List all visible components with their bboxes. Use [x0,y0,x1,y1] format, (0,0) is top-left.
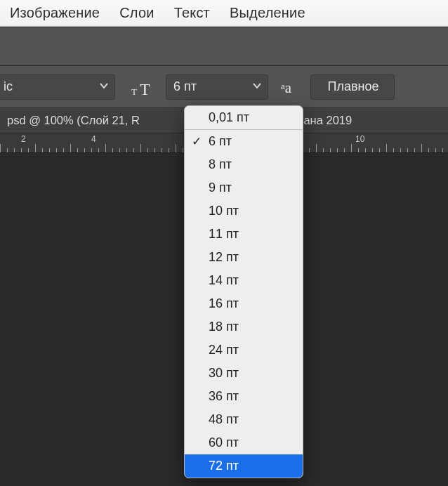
chevron-down-icon [99,79,109,94]
document-tab-1[interactable]: psd @ 100% (Слой 21, R [0,114,147,127]
menu-image[interactable]: Изображение [10,5,100,21]
dropdown-item[interactable]: 10 пт [185,199,303,223]
toolbar-upper-gap [0,27,448,66]
dropdown-item-label: 9 пт [209,180,232,195]
chevron-down-icon [252,79,262,94]
dropdown-item-label: 14 пт [209,273,239,288]
dropdown-item-label: 60 пт [209,435,239,450]
dropdown-item-label: 18 пт [209,320,239,334]
menubar: Изображение Слои Текст Выделение [0,0,448,27]
dropdown-item[interactable]: 48 пт [185,408,303,431]
check-icon: ✓ [192,134,202,149]
antialias-icon: aa [281,79,301,95]
menu-layers[interactable]: Слои [119,5,154,21]
ruler-number: 4 [91,134,96,144]
dropdown-item-label: 16 пт [209,296,239,311]
dropdown-item[interactable]: 14 пт [185,269,303,292]
dropdown-item-label: 48 пт [209,412,239,427]
dropdown-item[interactable]: 16 пт [185,292,303,315]
dropdown-item[interactable]: 8 пт [185,153,303,176]
dropdown-item-label: 0,01 пт [209,110,249,125]
svg-text:T: T [140,80,150,98]
menu-text[interactable]: Текст [174,5,210,21]
dropdown-item[interactable]: 24 пт [185,339,303,362]
dropdown-item-label: 36 пт [209,389,239,404]
font-family-select[interactable]: ic [0,74,115,100]
dropdown-item-label: 24 пт [209,343,239,357]
antialias-value: Плавное [318,79,388,94]
dropdown-item-label: 12 пт [209,250,239,265]
dropdown-item[interactable]: 11 пт [185,223,303,246]
dropdown-item[interactable]: 9 пт [185,176,303,199]
menu-selection[interactable]: Выделение [230,5,305,21]
dropdown-item[interactable]: 60 пт [185,431,303,454]
dropdown-item-label: 30 пт [209,366,239,381]
svg-text:T: T [131,86,137,97]
dropdown-item[interactable]: 0,01 пт [185,106,303,129]
dropdown-item[interactable]: ✓6 пт [185,130,303,153]
font-size-select[interactable]: 6 пт [166,74,268,100]
antialias-select[interactable]: Плавное [310,74,395,100]
dropdown-item[interactable]: 18 пт [185,315,303,339]
font-size-icon: T T [129,77,156,98]
type-toolbar: ic T T 6 пт aa Плавное [0,66,448,108]
dropdown-item[interactable]: 12 пт [185,246,303,269]
dropdown-item[interactable]: 36 пт [185,385,303,408]
font-family-value: ic [4,79,99,94]
ruler-number: 10 [355,134,364,144]
dropdown-item[interactable]: 72 пт [185,454,303,478]
ruler-number: 2 [21,134,26,144]
dropdown-item[interactable]: 30 пт [185,362,303,385]
font-size-dropdown: 0,01 пт✓6 пт8 пт9 пт10 пт11 пт12 пт14 пт… [184,105,303,478]
dropdown-item-label: 10 пт [209,204,239,218]
dropdown-item-label: 8 пт [209,157,232,172]
font-size-value: 6 пт [173,79,252,94]
dropdown-item-label: 6 пт [209,134,232,149]
dropdown-item-label: 72 пт [209,459,239,473]
dropdown-item-label: 11 пт [209,227,239,242]
